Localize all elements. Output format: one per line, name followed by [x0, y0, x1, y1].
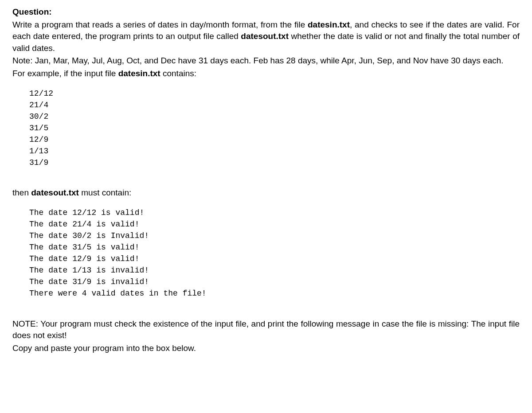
- p1-filename1: datesin.txt: [308, 20, 350, 29]
- heading-label: Question:: [12, 7, 52, 16]
- p4-text2: must contain:: [79, 188, 131, 197]
- final-text: Copy and paste your program into the box…: [12, 343, 196, 353]
- note-paragraph: NOTE: Your program must check the existe…: [12, 318, 520, 342]
- output-file-content: The date 12/12 is valid! The date 21/4 i…: [12, 207, 520, 300]
- p1-text1: Write a program that reads a series of d…: [12, 20, 308, 29]
- paragraph-2: Note: Jan, Mar, May, Jul, Aug, Oct, and …: [12, 55, 520, 67]
- p4-filename: datesout.txt: [31, 188, 79, 197]
- p2-text: Note: Jan, Mar, May, Jul, Aug, Oct, and …: [12, 56, 504, 65]
- paragraph-4: then datesout.txt must contain:: [12, 187, 520, 199]
- question-heading: Question:: [12, 6, 520, 18]
- paragraph-1: Write a program that reads a series of d…: [12, 19, 520, 55]
- p3-text1: For example, if the input file: [12, 69, 118, 78]
- p3-text2: contains:: [160, 69, 196, 78]
- p3-filename: datesin.txt: [118, 69, 160, 78]
- final-paragraph: Copy and paste your program into the box…: [12, 343, 520, 355]
- note-text: NOTE: Your program must check the existe…: [12, 319, 520, 340]
- spacer-2: [12, 310, 520, 318]
- input-file-content: 12/12 21/4 30/2 31/5 12/9 1/13 31/9: [12, 88, 520, 169]
- spacer: [12, 179, 520, 187]
- p4-text1: then: [12, 188, 31, 197]
- paragraph-3: For example, if the input file datesin.t…: [12, 68, 520, 80]
- p1-filename2: datesout.txt: [241, 31, 289, 41]
